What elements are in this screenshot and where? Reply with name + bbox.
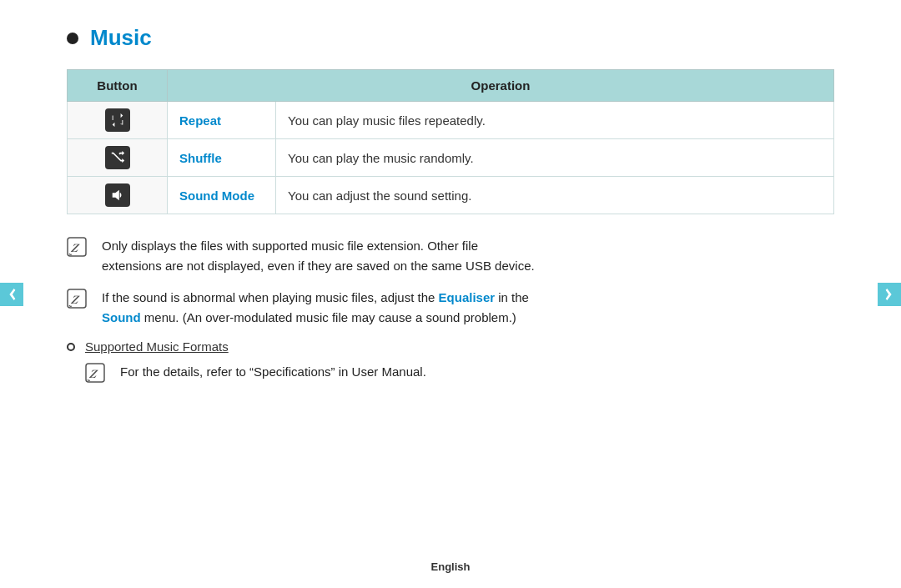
svg-text:𝒁: 𝒁 [70,294,80,306]
icon-repeat [105,108,130,132]
note-1: 𝒁 Only displays the files with supported… [67,236,834,276]
title-row: Music [67,25,834,51]
footer: English [0,560,901,573]
table-header-operation: Operation [168,70,834,102]
table-cell-icon [68,102,168,139]
footer-language: English [431,560,471,573]
supported-formats-row: Supported Music Formats [67,339,834,354]
icon-shuffle [105,146,130,169]
note-1-text: Only displays the files with supported m… [102,236,535,276]
title-bullet [67,33,78,44]
note-2-text: If the sound is abnormal when playing mu… [102,288,529,328]
svg-text:𝒁: 𝒁 [70,242,80,254]
supported-note-row: 𝒁 For the details, refer to “Specificati… [85,362,834,386]
table-cell-desc-1: You can play the music randomly. [276,139,834,177]
music-table: Button Operation RepeatYou can play musi… [67,69,834,214]
table-header-button: Button [68,70,168,102]
page-title: Music [90,25,152,51]
sound-link: Sound [102,310,141,324]
table-cell-desc-2: You can adjust the sound setting. [276,177,834,214]
table-row: ShuffleYou can play the music randomly. [68,139,834,177]
table-cell-label-2: Sound Mode [168,177,276,214]
table-cell-icon [68,177,168,214]
note-icon-2: 𝒁 [67,289,93,312]
supported-note-text: For the details, refer to “Specification… [120,362,426,382]
table-header-row: Button Operation [68,70,834,102]
table-row: Sound ModeYou can adjust the sound setti… [68,177,834,214]
supported-formats-label: Supported Music Formats [85,339,229,354]
svg-text:𝒁: 𝒁 [88,368,98,380]
table-cell-label-1: Shuffle [168,139,276,177]
supported-bullet [67,343,75,351]
note-icon-1: 𝒁 [67,237,93,260]
supported-note-icon: 𝒁 [85,363,112,386]
table-cell-icon [68,139,168,177]
notes-section: 𝒁 Only displays the files with supported… [67,236,834,328]
table-cell-desc-0: You can play music files repeatedly. [276,102,834,139]
equaliser-link: Equaliser [439,290,496,304]
table-cell-label-0: Repeat [168,102,276,139]
icon-sound [105,183,130,207]
table-row: RepeatYou can play music files repeatedl… [68,102,834,139]
note-2: 𝒁 If the sound is abnormal when playing … [67,288,834,328]
